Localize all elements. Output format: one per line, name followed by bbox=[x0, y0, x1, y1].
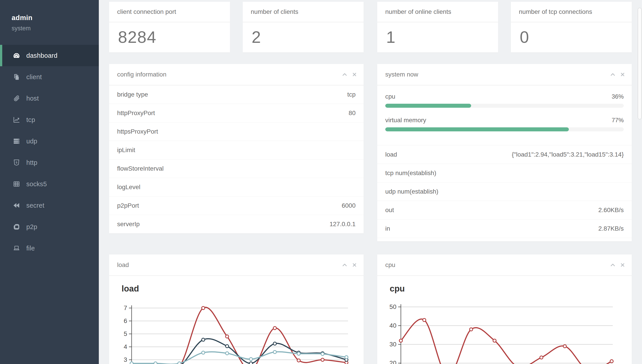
stat-card-value: 1 bbox=[377, 22, 498, 52]
config-key: ipLimit bbox=[117, 146, 356, 154]
sidebar-item-label: socks5 bbox=[26, 180, 47, 188]
left-column: client connection port 8284 number of cl… bbox=[109, 2, 364, 364]
gauge-label: cpu bbox=[385, 93, 612, 100]
load-line-chart-canvas: 76543 bbox=[109, 276, 364, 364]
config-key: logLevel bbox=[117, 184, 356, 191]
sidebar-item-label: host bbox=[26, 95, 39, 102]
config-key: flowStoreInterval bbox=[117, 165, 356, 172]
panel-title: load bbox=[117, 262, 342, 268]
sidebar-item-p2p[interactable]: p2p bbox=[0, 216, 99, 238]
config-value: 6000 bbox=[342, 202, 356, 209]
system-row: load{"load1":2.94,"load5":3.21,"load15":… bbox=[377, 146, 632, 164]
gauge-percent: 36% bbox=[612, 93, 624, 100]
panel-title: cpu bbox=[385, 262, 610, 268]
config-key: httpProxyPort bbox=[117, 110, 349, 117]
config-row: ipLimit bbox=[109, 141, 364, 160]
laptop-icon bbox=[13, 245, 20, 252]
config-value: tcp bbox=[347, 91, 356, 98]
system-value: 2.60KB/s bbox=[598, 206, 624, 214]
cpu-chart-panel: cpu cpu 50403020 bbox=[377, 254, 632, 364]
sidebar-item-secret[interactable]: secret bbox=[0, 195, 99, 216]
progress-bar bbox=[385, 127, 624, 131]
progress-fill bbox=[385, 104, 471, 108]
sidebar-menu: dashboard client host tcp bbox=[0, 45, 99, 259]
system-value: {"load1":2.94,"load5":3.21,"load15":3.14… bbox=[512, 151, 624, 158]
stat-card-title: number of tcp connections bbox=[511, 2, 632, 22]
panel-header: system now bbox=[377, 64, 632, 86]
table-grid-icon bbox=[13, 180, 20, 188]
svg-text:5: 5 bbox=[124, 330, 127, 337]
stat-card-title: client connection port bbox=[109, 2, 230, 22]
svg-text:5: 5 bbox=[16, 161, 17, 164]
panel-title: config information bbox=[117, 71, 342, 78]
panel-tools bbox=[342, 262, 357, 268]
close-icon[interactable] bbox=[352, 72, 357, 77]
cpu-line-chart-canvas: 50403020 bbox=[377, 276, 632, 364]
stat-card-value: 8284 bbox=[109, 22, 230, 52]
panel-header: load bbox=[109, 254, 364, 276]
sidebar-item-label: p2p bbox=[26, 223, 37, 230]
config-key: serverIp bbox=[117, 220, 330, 228]
svg-text:30: 30 bbox=[390, 341, 396, 348]
sidebar-item-dashboard[interactable]: dashboard bbox=[0, 45, 99, 66]
config-key: bridge type bbox=[117, 91, 347, 98]
close-icon[interactable] bbox=[352, 262, 357, 268]
close-icon[interactable] bbox=[620, 262, 625, 268]
line-chart-icon bbox=[13, 116, 20, 123]
system-row: udp num(establish) bbox=[377, 182, 632, 201]
vertical-scrollbar-thumb[interactable] bbox=[638, 8, 642, 119]
system-key: tcp num(establish) bbox=[385, 170, 624, 177]
progress-fill bbox=[385, 127, 569, 131]
system-row: tcp num(establish) bbox=[377, 164, 632, 182]
svg-text:7: 7 bbox=[124, 304, 127, 311]
main-content: client connection port 8284 number of cl… bbox=[99, 0, 642, 364]
collapse-icon[interactable] bbox=[610, 262, 616, 268]
chart-title: cpu bbox=[390, 284, 405, 294]
stat-card-number-of-clients: number of clients 2 bbox=[243, 2, 364, 52]
config-row: flowStoreInterval bbox=[109, 160, 364, 178]
config-information-panel: config information bridge typetcp httpPr… bbox=[109, 64, 364, 234]
config-row: serverIp127.0.0.1 bbox=[109, 215, 364, 234]
chart-title: load bbox=[122, 284, 139, 294]
sidebar-item-label: udp bbox=[26, 138, 37, 145]
system-value: 2.87KB/s bbox=[598, 225, 624, 232]
sidebar-item-udp[interactable]: udp bbox=[0, 130, 99, 152]
svg-text:20: 20 bbox=[390, 360, 396, 364]
stat-card-number-of-tcp-connections: number of tcp connections 0 bbox=[511, 2, 632, 52]
collapse-icon[interactable] bbox=[342, 72, 348, 78]
sidebar-item-label: dashboard bbox=[26, 52, 58, 59]
load-chart-panel: load load 76543 bbox=[109, 254, 364, 364]
copy-icon bbox=[13, 74, 20, 80]
config-row: p2pPort6000 bbox=[109, 196, 364, 215]
sidebar-item-label: client bbox=[26, 74, 42, 81]
system-key: in bbox=[385, 225, 598, 232]
system-key: load bbox=[385, 151, 512, 158]
sidebar-item-label: http bbox=[26, 159, 38, 166]
collapse-icon[interactable] bbox=[610, 72, 616, 78]
sidebar-item-tcp[interactable]: tcp bbox=[0, 109, 99, 130]
panel-header: cpu bbox=[377, 254, 632, 276]
sidebar-item-socks5[interactable]: socks5 bbox=[0, 173, 99, 195]
gauge-percent: 77% bbox=[612, 117, 624, 124]
sidebar-item-host[interactable]: host bbox=[0, 88, 99, 109]
close-icon[interactable] bbox=[620, 72, 625, 77]
sidebar-item-client[interactable]: client bbox=[0, 66, 99, 88]
virtual-memory-gauge: virtual memory 77% bbox=[385, 117, 624, 131]
backward-icon bbox=[13, 202, 20, 209]
svg-text:4: 4 bbox=[124, 343, 127, 350]
right-column: number of online clients 1 number of tcp… bbox=[377, 2, 632, 364]
panel-tools bbox=[610, 72, 625, 78]
svg-text:6: 6 bbox=[124, 318, 127, 324]
system-row: out2.60KB/s bbox=[377, 201, 632, 220]
stat-card-title: number of online clients bbox=[377, 2, 498, 22]
config-row: httpsProxyPort bbox=[109, 122, 364, 141]
sidebar-item-file[interactable]: file bbox=[0, 238, 99, 259]
svg-text:40: 40 bbox=[390, 322, 396, 329]
note-icon bbox=[13, 223, 20, 230]
sidebar-item-http[interactable]: 5 http bbox=[0, 152, 99, 173]
stat-card-client-connection-port: client connection port 8284 bbox=[109, 2, 230, 52]
progress-bar bbox=[385, 104, 624, 108]
config-value: 127.0.0.1 bbox=[330, 220, 356, 228]
sidebar: admin system dashboard client host bbox=[0, 0, 99, 364]
collapse-icon[interactable] bbox=[342, 262, 348, 268]
